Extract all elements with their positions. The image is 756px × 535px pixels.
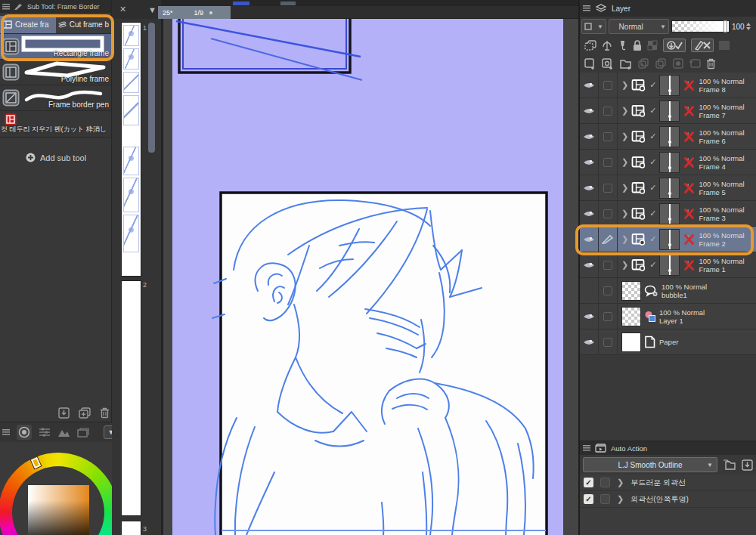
layer-row[interactable]: ❯✓100 % NormalFrame 6	[580, 124, 756, 150]
close-icon[interactable]: ✕	[119, 5, 126, 14]
tab-color-sliders[interactable]	[39, 427, 51, 438]
delete-layer-icon[interactable]	[706, 58, 716, 70]
page-1-thumbnail[interactable]	[122, 23, 141, 276]
visibility-toggle[interactable]	[580, 98, 599, 123]
menu-icon[interactable]	[2, 429, 10, 435]
auto-action-item[interactable]: ✓ ❯ 부드러운 외곽선	[580, 475, 756, 491]
checkbox-checked-icon[interactable]: ✓	[584, 494, 593, 504]
layer-check-cell[interactable]	[599, 252, 618, 277]
auto-action-item[interactable]: ✓ ❯ 외곽선(안쪽투명)	[580, 491, 756, 508]
menu-icon[interactable]	[2, 4, 10, 10]
delete-tool-icon[interactable]	[100, 407, 110, 419]
menu-icon[interactable]	[583, 445, 590, 451]
tab-create-frame[interactable]: Create fra	[0, 16, 56, 33]
layer-thumbnail[interactable]	[659, 203, 680, 224]
expand-chevron[interactable]: ❯	[621, 183, 628, 193]
subtool-frame-eraser-pen[interactable]: 컷 테두리 지우기 펜(カット 枠消し	[0, 111, 111, 138]
tab-cut-frame[interactable]: Cut frame b	[56, 16, 112, 33]
expand-chevron[interactable]: ❯	[621, 157, 628, 167]
ruler-snap-button[interactable]	[691, 39, 714, 52]
layer-row[interactable]: 100 % NormalLayer 1	[580, 304, 756, 329]
layer-check-cell[interactable]	[599, 304, 618, 329]
tab-color-wheel[interactable]	[17, 425, 32, 440]
layer-check-cell[interactable]	[599, 73, 618, 97]
add-sub-tool-button[interactable]: Add sub tool	[0, 153, 112, 162]
layer-thumbnail[interactable]	[659, 152, 680, 173]
visibility-toggle[interactable]	[580, 150, 599, 175]
blend-mode-dropdown[interactable]: Normal▼	[609, 19, 669, 34]
layer-check-cell[interactable]	[599, 278, 618, 303]
layer-mask-icon[interactable]	[673, 58, 683, 69]
layer-check-cell[interactable]	[599, 175, 618, 200]
visibility-toggle[interactable]	[580, 329, 599, 354]
visibility-toggle[interactable]	[580, 124, 599, 149]
visibility-toggle[interactable]	[580, 201, 599, 226]
layer-check-cell[interactable]	[599, 329, 618, 354]
layer-check-cell[interactable]	[599, 201, 618, 226]
layer-row[interactable]: ❯✓100 % NormalFrame 7	[580, 98, 756, 124]
new-folder-icon[interactable]	[620, 58, 633, 70]
reference-layer-button[interactable]	[663, 39, 686, 52]
visibility-toggle[interactable]	[580, 304, 599, 329]
expand-chevron[interactable]: ❯	[621, 260, 628, 270]
import-action-icon[interactable]	[742, 459, 753, 471]
editing-target-cell[interactable]	[599, 227, 618, 252]
visibility-toggle[interactable]	[580, 227, 599, 252]
opacity-stepper[interactable]	[746, 23, 751, 30]
transfer-down-icon[interactable]	[638, 58, 650, 69]
visibility-toggle[interactable]	[580, 73, 599, 97]
document-tab[interactable]: 25* 1/9	[158, 6, 231, 19]
lock-transparent-icon[interactable]	[647, 40, 658, 51]
layer-row[interactable]: ❯✓100 % NormalFrame 5	[580, 175, 756, 201]
layer-thumbnail[interactable]	[621, 307, 641, 326]
menu-icon[interactable]	[583, 5, 590, 11]
layer-thumbnail[interactable]	[659, 255, 680, 276]
page-strip-scrollbar[interactable]	[148, 23, 155, 153]
chevron-down-icon[interactable]: ▼	[148, 5, 156, 14]
new-layer-settings-icon[interactable]	[602, 58, 615, 70]
dialog-toggle-box[interactable]	[600, 478, 610, 487]
expand-chevron[interactable]: ❯	[617, 478, 624, 487]
expand-chevron[interactable]: ❯	[621, 234, 628, 244]
visibility-toggle[interactable]	[580, 252, 599, 277]
visibility-toggle[interactable]	[580, 175, 599, 200]
expand-chevron[interactable]: ❯	[621, 106, 628, 116]
onion-skin-icon[interactable]	[618, 40, 627, 51]
layer-thumbnail[interactable]	[659, 126, 680, 147]
layer-row[interactable]: ❯✓100 % NormalFrame 2	[580, 227, 756, 252]
layer-thumbnail[interactable]	[621, 281, 641, 301]
tab-approx-color[interactable]	[57, 428, 70, 438]
layer-row[interactable]: ❯✓100 % NormalFrame 3	[580, 201, 756, 227]
layer-thumbnail[interactable]	[621, 332, 641, 352]
new-layer-icon[interactable]	[584, 58, 596, 70]
auto-action-set-dropdown[interactable]: L.J Smooth Outline ▼	[583, 457, 717, 472]
subtool-polyline-frame[interactable]: Polyline frame	[0, 60, 111, 85]
duplicate-tool-icon[interactable]	[79, 407, 91, 419]
expand-chevron[interactable]: ❯	[621, 80, 628, 90]
saturation-value-box[interactable]	[28, 485, 89, 535]
merge-down-icon[interactable]	[655, 58, 668, 69]
new-action-set-icon[interactable]	[723, 459, 736, 471]
expand-chevron[interactable]: ❯	[621, 131, 628, 141]
tab-color-set[interactable]	[77, 428, 89, 438]
import-tool-icon[interactable]	[58, 407, 70, 419]
layer-thumbnail[interactable]	[659, 75, 680, 96]
layer-check-cell[interactable]	[599, 150, 618, 175]
layer-row[interactable]: ❯✓100 % NormalFrame 8	[580, 73, 756, 98]
layer-check-cell[interactable]	[599, 124, 618, 149]
opacity-slider-handle[interactable]	[724, 21, 727, 32]
apply-mask-icon[interactable]	[689, 58, 701, 69]
expand-chevron[interactable]: ❯	[617, 494, 624, 504]
opacity-slider[interactable]	[671, 20, 730, 32]
layer-row[interactable]: 100 % Normalbubble1	[580, 278, 756, 304]
clip-to-layer-icon[interactable]	[584, 40, 596, 51]
layer-row[interactable]: ❯✓100 % NormalFrame 4	[580, 150, 756, 175]
palette-color-dropdown[interactable]: ▼	[581, 19, 606, 34]
dialog-toggle-box[interactable]	[600, 494, 610, 504]
layer-row[interactable]: Paper	[580, 329, 756, 355]
lock-layer-icon[interactable]	[633, 40, 642, 51]
visibility-toggle[interactable]	[580, 278, 599, 303]
subtool-frame-border-pen[interactable]: Frame border pen	[0, 85, 111, 111]
layer-thumbnail[interactable]	[659, 229, 680, 250]
layer-row[interactable]: ❯✓100 % NormalFrame 1	[580, 252, 756, 278]
